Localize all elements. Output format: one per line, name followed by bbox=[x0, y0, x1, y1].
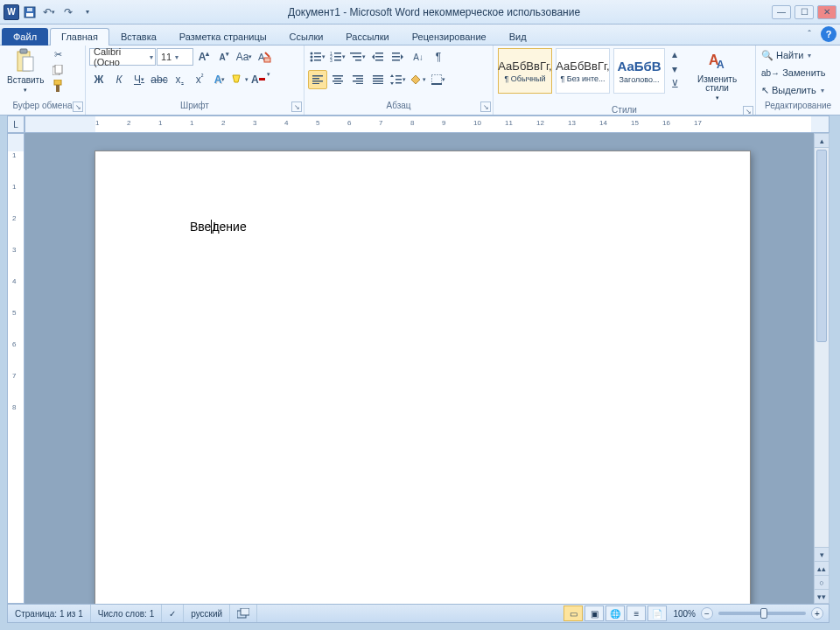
font-name-combo[interactable]: Calibri (Осно▾ bbox=[89, 48, 156, 66]
tab-page-layout[interactable]: Разметка страницы bbox=[168, 28, 278, 46]
zoom-slider[interactable] bbox=[718, 612, 806, 615]
font-launcher[interactable]: ↘ bbox=[291, 102, 302, 112]
scroll-thumb[interactable] bbox=[816, 150, 827, 342]
browse-object-button[interactable]: ○ bbox=[815, 575, 829, 589]
svg-rect-25 bbox=[353, 56, 361, 58]
grow-font-button[interactable]: A▴ bbox=[194, 47, 214, 66]
line-spacing-button[interactable]: ▾ bbox=[388, 70, 408, 89]
paste-button[interactable]: Вставить ▾ bbox=[4, 47, 47, 95]
full-screen-view[interactable]: ▣ bbox=[584, 606, 604, 621]
web-layout-view[interactable]: 🌐 bbox=[606, 606, 625, 621]
increase-indent-button[interactable] bbox=[388, 47, 408, 66]
select-button[interactable]: ↖Выделить▾ bbox=[760, 82, 836, 98]
scroll-up-button[interactable]: ▴ bbox=[815, 134, 829, 148]
scroll-down-button[interactable]: ▾ bbox=[815, 547, 829, 561]
page[interactable]: Введение bbox=[94, 150, 751, 604]
minimize-button[interactable]: — bbox=[772, 5, 791, 19]
bold-button[interactable]: Ж bbox=[89, 70, 108, 89]
tab-home[interactable]: Главная bbox=[50, 28, 109, 46]
maximize-button[interactable]: ☐ bbox=[794, 5, 814, 19]
subscript-button[interactable]: x₂ bbox=[170, 70, 189, 89]
show-marks-button[interactable]: ¶ bbox=[429, 47, 448, 66]
vertical-scrollbar[interactable]: ▴ ▾ ▴▴ ○ ▾▾ bbox=[814, 133, 830, 604]
status-language[interactable]: русский bbox=[184, 605, 230, 622]
tab-references[interactable]: Ссылки bbox=[278, 28, 335, 46]
draft-view[interactable]: 📄 bbox=[648, 606, 667, 621]
zoom-level[interactable]: 100% bbox=[668, 609, 701, 619]
format-painter-button[interactable] bbox=[51, 79, 65, 93]
zoom-out-button[interactable]: − bbox=[701, 607, 713, 620]
justify-button[interactable] bbox=[368, 70, 388, 89]
decrease-indent-button[interactable] bbox=[368, 47, 388, 66]
sort-button[interactable]: A↓ bbox=[409, 47, 428, 66]
tab-file[interactable]: Файл bbox=[2, 28, 48, 46]
paragraph-launcher[interactable]: ↘ bbox=[480, 102, 491, 112]
styles-scroll-up[interactable]: ▴ bbox=[668, 47, 681, 61]
svg-rect-8 bbox=[54, 80, 61, 85]
borders-button[interactable]: ▾ bbox=[429, 70, 448, 89]
align-center-button[interactable] bbox=[328, 70, 347, 89]
svg-rect-2 bbox=[27, 8, 32, 11]
change-case-button[interactable]: Aa▾ bbox=[234, 47, 254, 66]
style-heading1[interactable]: АаБбВ Заголово... bbox=[613, 48, 665, 94]
undo-button[interactable]: ↶▾ bbox=[40, 4, 58, 21]
zoom-in-button[interactable]: + bbox=[811, 607, 823, 620]
copy-button[interactable] bbox=[51, 63, 65, 77]
previous-page-button[interactable]: ▴▴ bbox=[815, 561, 829, 575]
document-text[interactable]: Введение bbox=[190, 220, 247, 234]
tab-selector[interactable]: L bbox=[7, 116, 24, 133]
redo-button[interactable]: ↷ bbox=[60, 4, 77, 21]
underline-button[interactable]: Ч▾ bbox=[130, 70, 149, 89]
clear-formatting-button[interactable]: A bbox=[255, 47, 274, 66]
styles-scroll-down[interactable]: ▾ bbox=[668, 62, 681, 76]
zoom-knob[interactable] bbox=[760, 608, 767, 619]
save-button[interactable] bbox=[21, 4, 38, 21]
multilevel-button[interactable]: ▾ bbox=[348, 47, 368, 66]
styles-more[interactable]: ⊻ bbox=[668, 77, 681, 91]
find-button[interactable]: 🔍Найти▾ bbox=[760, 47, 836, 63]
next-page-button[interactable]: ▾▾ bbox=[815, 589, 829, 603]
vertical-ruler[interactable]: 112345678 bbox=[7, 133, 24, 604]
align-right-button[interactable] bbox=[348, 70, 368, 89]
help-button[interactable]: ? bbox=[821, 26, 836, 42]
text-effects-button[interactable]: A▾ bbox=[210, 70, 229, 89]
outline-view[interactable]: ≡ bbox=[626, 606, 646, 621]
tab-view[interactable]: Вид bbox=[498, 28, 538, 46]
print-layout-view[interactable]: ▭ bbox=[564, 606, 583, 621]
change-styles-button[interactable]: AA Изменить стили ▾ bbox=[682, 47, 752, 103]
word-icon[interactable]: W bbox=[4, 4, 19, 20]
svg-rect-48 bbox=[373, 83, 383, 84]
replace-button[interactable]: ab→Заменить bbox=[760, 65, 836, 80]
style-no-spacing[interactable]: АаБбВвГг, ¶ Без инте... bbox=[556, 48, 610, 94]
qat-customize[interactable]: ▾ bbox=[79, 4, 96, 21]
status-insert[interactable] bbox=[230, 605, 257, 622]
svg-rect-21 bbox=[334, 56, 341, 58]
numbering-button[interactable]: 123▾ bbox=[328, 47, 347, 66]
shrink-font-button[interactable]: A▾ bbox=[214, 47, 234, 66]
status-proofing[interactable]: ✓ bbox=[162, 605, 184, 622]
cut-button[interactable]: ✂ bbox=[51, 47, 65, 61]
align-left-button[interactable] bbox=[308, 70, 327, 89]
font-color-button[interactable]: A▾ bbox=[250, 70, 270, 89]
minimize-ribbon-button[interactable]: ˆ bbox=[802, 26, 817, 42]
font-size-combo[interactable]: 11▾ bbox=[157, 48, 193, 66]
group-editing-label: Редактирование bbox=[756, 101, 840, 115]
highlight-button[interactable]: ▾ bbox=[230, 70, 249, 89]
tab-mailings[interactable]: Рассылки bbox=[334, 28, 400, 46]
status-page[interactable]: Страница: 1 из 1 bbox=[8, 605, 91, 622]
document-area[interactable]: Введение bbox=[24, 133, 821, 604]
tab-review[interactable]: Рецензирование bbox=[401, 28, 498, 46]
tab-insert[interactable]: Вставка bbox=[109, 28, 168, 46]
bullets-button[interactable]: ▾ bbox=[308, 47, 327, 66]
italic-button[interactable]: К bbox=[109, 70, 129, 89]
horizontal-ruler[interactable]: 1211234567891011121314151617 bbox=[24, 116, 830, 133]
clipboard-launcher[interactable]: ↘ bbox=[73, 102, 83, 112]
scroll-track[interactable] bbox=[815, 148, 829, 547]
group-clipboard: Вставить ▾ ✂ Буфер обмена↘ bbox=[0, 46, 86, 115]
close-button[interactable]: ✕ bbox=[817, 5, 836, 19]
status-words[interactable]: Число слов: 1 bbox=[91, 605, 162, 622]
style-normal[interactable]: АаБбВвГг, ¶ Обычный bbox=[498, 48, 552, 94]
superscript-button[interactable]: x² bbox=[190, 70, 209, 89]
strikethrough-button[interactable]: abc bbox=[150, 70, 169, 89]
shading-button[interactable]: ▾ bbox=[409, 70, 428, 89]
